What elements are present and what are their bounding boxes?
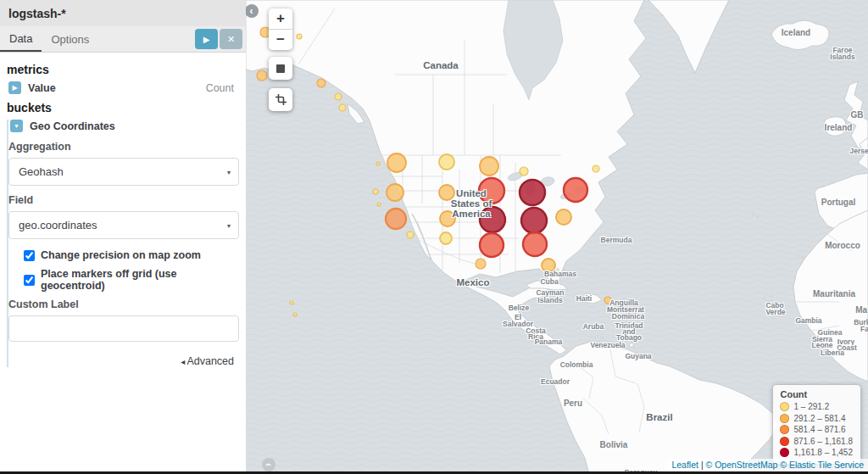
editor-content: metrics ▶ Value Count buckets ▼ Geo Coor…	[0, 53, 246, 367]
geohash-marker[interactable]	[376, 162, 380, 165]
precision-checkbox-row[interactable]: Change precision on map zoom	[24, 249, 239, 261]
advanced-label: Advanced	[186, 355, 234, 367]
geohash-marker[interactable]	[520, 180, 545, 205]
geohash-marker[interactable]	[439, 185, 454, 200]
legend-item: 1 – 291.2	[780, 401, 853, 413]
discard-changes-button[interactable]: ✕	[220, 29, 242, 49]
chevron-left-icon: ‹	[250, 5, 253, 17]
geohash-marker[interactable]	[556, 209, 571, 225]
legend-range-label: 581.4 – 871.6	[793, 424, 845, 436]
map-attribution: Leaflet | © OpenStreetMap © Elastic Tile…	[667, 459, 868, 471]
geohash-marker[interactable]	[523, 232, 547, 256]
zoom-out-button[interactable]: −	[269, 30, 292, 50]
geohash-marker[interactable]	[387, 184, 403, 201]
geohash-marker[interactable]	[373, 189, 378, 194]
legend-item: 581.4 – 871.6	[780, 424, 853, 436]
geohash-marker[interactable]	[339, 104, 346, 111]
fit-data-bounds-button[interactable]	[269, 57, 292, 80]
select-caret-icon: ▾	[227, 221, 231, 229]
geohash-marker[interactable]	[297, 34, 302, 39]
geohash-marker[interactable]	[604, 297, 611, 304]
tab-options[interactable]: Options	[42, 26, 98, 52]
openstreetmap-link[interactable]: © OpenStreetMap	[706, 460, 778, 470]
custom-label-input[interactable]	[8, 315, 239, 342]
legend-title: Count	[780, 389, 853, 399]
geo-coordinates-section: ▼ Geo Coordinates Aggregation Geohash ▾ …	[7, 120, 239, 367]
geohash-marker[interactable]	[377, 203, 381, 206]
geohash-marker[interactable]	[407, 231, 414, 238]
crop-icon	[275, 94, 287, 105]
field-select[interactable]: geo.coordinates ▾	[8, 211, 239, 239]
geohash-marker[interactable]	[564, 178, 587, 202]
elastic-tile-service-link[interactable]: © Elastic Tile Service	[780, 460, 864, 470]
custom-label-label: Custom Label	[8, 298, 239, 310]
vis-editor-sidebar: logstash-* Data Options ▶ ✕ metrics ▶ Va…	[0, 0, 246, 474]
geohash-marker[interactable]	[480, 157, 498, 176]
advanced-toggle[interactable]: ◂Advanced	[8, 355, 234, 367]
geohash-marker[interactable]	[476, 259, 486, 269]
bucket-toggle-button[interactable]: ▼	[10, 120, 23, 132]
tile-map[interactable]: CanadaUnitedStates ofAmericaMexicoBermud…	[246, 0, 868, 474]
close-icon: ✕	[227, 34, 235, 45]
tab-data[interactable]: Data	[0, 26, 42, 52]
legend-item: 291.2 – 581.4	[780, 413, 853, 425]
geohash-marker[interactable]	[480, 207, 505, 232]
metric-agg-value: Count	[206, 82, 234, 94]
chevron-down-icon: ▼	[14, 123, 19, 129]
geohash-marker[interactable]	[480, 233, 504, 257]
select-caret-icon: ▾	[227, 168, 231, 176]
metric-value-row[interactable]: ▶ Value Count	[8, 81, 239, 94]
draw-rectangle-button[interactable]	[269, 88, 292, 111]
collapse-bottom-button[interactable]: ‹	[262, 458, 275, 471]
bucket-label: Geo Coordinates	[30, 120, 115, 132]
attribution-separator: |	[698, 460, 706, 470]
metric-label: Value	[28, 82, 56, 94]
geohash-marker[interactable]	[593, 165, 599, 172]
geohash-marker[interactable]	[440, 211, 455, 226]
legend-items: 1 – 291.2291.2 – 581.4581.4 – 871.6871.6…	[780, 401, 853, 459]
field-select-value: geo.coordinates	[19, 219, 97, 231]
leaflet-link[interactable]: Leaflet	[671, 460, 698, 470]
legend-item: 871.6 – 1,161.8	[780, 436, 853, 448]
geocentroid-checkbox-row[interactable]: Place markers off grid (use geocentroid)	[24, 268, 239, 292]
metrics-heading: metrics	[7, 63, 239, 76]
precision-checkbox[interactable]	[24, 250, 35, 261]
play-icon: ▶	[203, 35, 210, 44]
apply-changes-button[interactable]: ▶	[195, 29, 218, 49]
geohash-marker[interactable]	[257, 70, 267, 81]
legend-range-label: 1,161.8 – 1,452	[793, 447, 853, 459]
geohash-marker[interactable]	[520, 167, 528, 176]
legend-color-dot	[780, 414, 789, 423]
geohash-marker[interactable]	[293, 313, 297, 316]
geohash-marker[interactable]	[542, 259, 555, 272]
geocentroid-checkbox[interactable]	[24, 275, 35, 286]
legend-item: 1,161.8 – 1,452	[780, 447, 853, 459]
buckets-heading: buckets	[7, 101, 239, 114]
geohash-marker[interactable]	[317, 79, 326, 87]
precision-checkbox-label: Change precision on map zoom	[41, 249, 201, 261]
geohash-marker[interactable]	[439, 154, 454, 170]
legend-range-label: 291.2 – 581.4	[793, 413, 845, 425]
geohash-marker[interactable]	[479, 178, 504, 204]
checkbox-group: Change precision on map zoomPlace marker…	[24, 249, 239, 292]
bucket-row[interactable]: ▼ Geo Coordinates	[10, 120, 239, 132]
legend-range-label: 871.6 – 1,161.8	[793, 436, 853, 448]
legend-range-label: 1 – 291.2	[793, 401, 829, 413]
geohash-marker[interactable]	[440, 232, 452, 244]
legend-color-dot	[780, 437, 789, 446]
metric-toggle-button[interactable]: ▶	[8, 81, 21, 94]
aggregation-select-value: Geohash	[19, 165, 64, 178]
triangle-left-icon: ◂	[181, 357, 185, 366]
chevron-up-icon: ‹	[263, 463, 275, 466]
chevron-right-icon: ▶	[12, 84, 17, 92]
geohash-marker[interactable]	[290, 301, 293, 304]
aggregation-label: Aggregation	[8, 141, 239, 153]
geohash-marker[interactable]	[335, 93, 342, 100]
editor-tabbar: Data Options ▶ ✕	[0, 26, 246, 53]
geohash-marker[interactable]	[386, 209, 406, 229]
legend-color-dot	[780, 425, 789, 434]
geohash-marker[interactable]	[521, 208, 547, 233]
aggregation-select[interactable]: Geohash ▾	[8, 158, 239, 186]
zoom-in-button[interactable]: +	[269, 8, 292, 30]
geohash-marker[interactable]	[387, 153, 406, 172]
